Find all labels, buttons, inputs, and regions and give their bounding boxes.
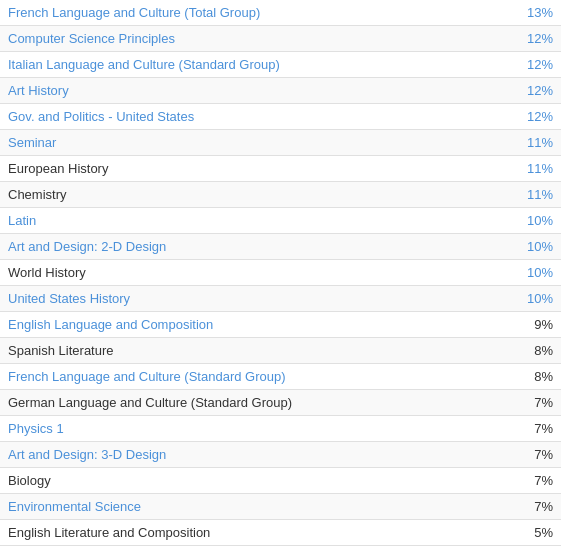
table-row: Art and Design: 3-D Design7% <box>0 442 561 468</box>
value-cell: 12% <box>511 104 561 130</box>
table-row: Latin10% <box>0 208 561 234</box>
value-cell: 7% <box>511 390 561 416</box>
subject-cell: English Language and Composition <box>0 312 511 338</box>
subject-cell: English Literature and Composition <box>0 520 511 546</box>
subject-cell: Gov. and Politics - United States <box>0 104 511 130</box>
value-cell: 12% <box>511 78 561 104</box>
table-row: French Language and Culture (Total Group… <box>0 0 561 26</box>
subject-cell: Spanish Literature <box>0 338 511 364</box>
table-row: World History10% <box>0 260 561 286</box>
value-cell: 11% <box>511 130 561 156</box>
table-row: French Language and Culture (Standard Gr… <box>0 364 561 390</box>
table-row: Seminar11% <box>0 130 561 156</box>
subject-cell: Latin <box>0 208 511 234</box>
table-row: Biology7% <box>0 468 561 494</box>
table-row: Chemistry11% <box>0 182 561 208</box>
value-cell: 10% <box>511 286 561 312</box>
value-cell: 9% <box>511 312 561 338</box>
value-cell: 12% <box>511 26 561 52</box>
table-row: English Literature and Composition5% <box>0 520 561 546</box>
data-table: French Language and Culture (Total Group… <box>0 0 561 546</box>
value-cell: 10% <box>511 260 561 286</box>
subject-cell: United States History <box>0 286 511 312</box>
value-cell: 7% <box>511 468 561 494</box>
value-cell: 8% <box>511 364 561 390</box>
subject-cell: European History <box>0 156 511 182</box>
table-row: European History11% <box>0 156 561 182</box>
value-cell: 11% <box>511 182 561 208</box>
table-row: Physics 17% <box>0 416 561 442</box>
value-cell: 12% <box>511 52 561 78</box>
subject-cell: Chemistry <box>0 182 511 208</box>
value-cell: 7% <box>511 416 561 442</box>
subject-cell: Seminar <box>0 130 511 156</box>
value-cell: 13% <box>511 0 561 26</box>
subject-cell: French Language and Culture (Total Group… <box>0 0 511 26</box>
table-row: Environmental Science7% <box>0 494 561 520</box>
table-row: German Language and Culture (Standard Gr… <box>0 390 561 416</box>
subject-cell: Physics 1 <box>0 416 511 442</box>
subject-cell: World History <box>0 260 511 286</box>
subject-cell: Art and Design: 2-D Design <box>0 234 511 260</box>
table-row: Gov. and Politics - United States12% <box>0 104 561 130</box>
subject-cell: German Language and Culture (Standard Gr… <box>0 390 511 416</box>
subject-cell: Computer Science Principles <box>0 26 511 52</box>
subject-cell: French Language and Culture (Standard Gr… <box>0 364 511 390</box>
subject-cell: Art and Design: 3-D Design <box>0 442 511 468</box>
value-cell: 7% <box>511 494 561 520</box>
subject-cell: Art History <box>0 78 511 104</box>
value-cell: 10% <box>511 208 561 234</box>
value-cell: 7% <box>511 442 561 468</box>
table-row: United States History10% <box>0 286 561 312</box>
value-cell: 8% <box>511 338 561 364</box>
value-cell: 5% <box>511 520 561 546</box>
table-row: English Language and Composition9% <box>0 312 561 338</box>
table-row: Art History12% <box>0 78 561 104</box>
subject-cell: Italian Language and Culture (Standard G… <box>0 52 511 78</box>
value-cell: 11% <box>511 156 561 182</box>
subject-cell: Biology <box>0 468 511 494</box>
table-row: Computer Science Principles12% <box>0 26 561 52</box>
value-cell: 10% <box>511 234 561 260</box>
subject-cell: Environmental Science <box>0 494 511 520</box>
table-row: Italian Language and Culture (Standard G… <box>0 52 561 78</box>
table-row: Spanish Literature8% <box>0 338 561 364</box>
table-row: Art and Design: 2-D Design10% <box>0 234 561 260</box>
